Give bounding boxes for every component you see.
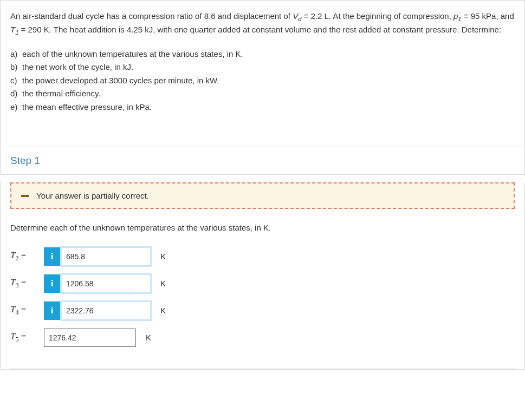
answer-row-t3: T3 = i K — [10, 274, 524, 293]
question-panel: An air-standard dual cycle has a compres… — [0, 0, 525, 147]
question-part: d)the thermal efficiency. — [10, 88, 515, 100]
variable-label: T3 = — [10, 277, 37, 290]
answer-input-t2[interactable] — [61, 247, 151, 266]
divider — [10, 369, 515, 369]
question-text: An air-standard dual cycle has a compres… — [10, 10, 515, 37]
info-icon[interactable]: i — [44, 274, 60, 293]
part-text: the power developed at 3000 cycles per m… — [22, 76, 219, 85]
answer-input-t5[interactable] — [44, 329, 136, 347]
part-label: e) — [10, 101, 22, 114]
input-wrap: i — [44, 274, 151, 293]
step-body-panel: Your answer is partially correct. Determ… — [0, 182, 525, 370]
answer-row-t5: T5 = K — [10, 329, 524, 347]
question-part: b)the net work of the cycle, in kJ. — [10, 61, 515, 74]
question-part: a)each of the unknown temperatures at th… — [10, 48, 515, 61]
question-part: e)the mean effective pressure, in kPa. — [10, 101, 515, 114]
answer-row-t4: T4 = i K — [10, 301, 524, 320]
part-text: each of the unknown temperatures at the … — [22, 49, 243, 58]
info-icon[interactable]: i — [44, 247, 60, 266]
step-panel: Step 1 — [0, 147, 525, 175]
part-label: c) — [10, 75, 22, 87]
minus-icon — [21, 195, 29, 197]
feedback-text: Your answer is partially correct. — [36, 191, 149, 200]
step-title: Step 1 — [1, 147, 524, 174]
unit-label: K — [160, 279, 166, 288]
answer-rows: T2 = i K T3 = i K T4 = i K T5 = — [10, 247, 524, 347]
input-wrap: i — [44, 301, 151, 320]
part-text: the mean effective pressure, in kPa. — [22, 102, 152, 111]
step-prompt: Determine each of the unknown temperatur… — [10, 222, 515, 234]
part-label: a) — [10, 48, 22, 61]
input-wrap — [44, 329, 136, 347]
variable-label: T4 = — [10, 304, 37, 317]
answer-input-t4[interactable] — [61, 301, 151, 320]
part-label: d) — [10, 88, 22, 100]
question-part: c)the power developed at 3000 cycles per… — [10, 75, 515, 87]
answer-row-t2: T2 = i K — [10, 247, 524, 266]
feedback-box: Your answer is partially correct. — [10, 182, 515, 209]
info-icon[interactable]: i — [44, 301, 60, 320]
variable-label: T2 = — [10, 250, 37, 262]
input-wrap: i — [44, 247, 151, 266]
question-parts-list: a)each of the unknown temperatures at th… — [10, 48, 515, 114]
part-text: the thermal efficiency. — [22, 89, 101, 98]
variable-label: T5 = — [10, 331, 37, 344]
unit-label: K — [146, 333, 151, 342]
unit-label: K — [160, 252, 166, 261]
part-label: b) — [10, 61, 22, 74]
unit-label: K — [160, 306, 166, 315]
answer-input-t3[interactable] — [61, 274, 151, 293]
part-text: the net work of the cycle, in kJ. — [22, 62, 133, 71]
